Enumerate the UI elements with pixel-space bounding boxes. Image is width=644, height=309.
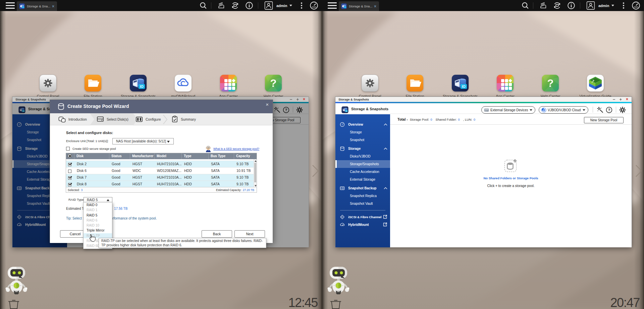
disk-table-row[interactable]: Disk 6 Good WDC WD120EMAZ... HDD SATA 10…	[66, 168, 257, 174]
sidebar-item-storage[interactable]: Storage	[335, 145, 390, 152]
help-icon[interactable]: ?	[606, 107, 612, 113]
next-button[interactable]: Next	[234, 230, 265, 238]
desktop-icon-myqnapcloud[interactable]: myQNAPcloud	[160, 74, 207, 98]
disk-row-checkbox[interactable]	[68, 163, 71, 166]
settings-gear-icon[interactable]	[619, 107, 626, 113]
column-header-capacity[interactable]: Capacity	[234, 153, 254, 159]
admin-menu[interactable]: admin	[276, 0, 292, 11]
disk-row-checkbox[interactable]	[68, 176, 71, 180]
scroll-thumb[interactable]	[254, 163, 256, 182]
raid-type-option[interactable]: RAID 10	[84, 223, 112, 228]
background-tasks-icon[interactable]	[217, 0, 225, 11]
desktop-icon-control-panel[interactable]: Control Panel	[346, 74, 393, 98]
more-options-icon[interactable]	[621, 0, 627, 11]
maximize-button[interactable]: +	[296, 98, 299, 101]
desktop-icon-help-center[interactable]: ? Help Center	[250, 74, 297, 98]
info-icon[interactable]	[245, 0, 254, 11]
user-icon[interactable]	[586, 0, 595, 11]
more-options-icon[interactable]	[299, 0, 305, 11]
close-button[interactable]: ×	[303, 98, 305, 101]
sidebar-item-external-storage[interactable]: External Storage	[335, 176, 390, 183]
sidebar-item-cache-acceleration[interactable]: Cache Acceleration	[335, 168, 390, 176]
scroll-up-icon[interactable]	[255, 160, 257, 162]
desktop-icon-virtualization-guide[interactable]: ? Virtualization Guide	[572, 74, 619, 98]
disk-table-row[interactable]: Disk 2 Good HGST HUH721010A... HDD SATA …	[66, 161, 257, 168]
minimize-button[interactable]: −	[290, 98, 292, 101]
app-tab-storage-snapshots[interactable]: Storage & Sna... ×	[17, 1, 57, 11]
sidebar-item-hybridmount[interactable]: HybridMount	[335, 221, 390, 229]
window-titlebar[interactable]: Storage & Snapshots − + ×	[335, 97, 632, 102]
desktop-icon-control-panel[interactable]: Control Panel	[24, 74, 71, 98]
tab-close-icon[interactable]: ×	[52, 4, 54, 9]
raid-type-option[interactable]: RAID-TP	[84, 233, 112, 238]
column-header-manufacturer[interactable]: Manufacturer	[130, 153, 155, 159]
table-scrollbar[interactable]	[254, 159, 257, 188]
column-header-type[interactable]: Type	[182, 153, 209, 159]
sidebar-item-iscsi-fibre-channel[interactable]: iSCSI & Fibre Channel	[335, 213, 390, 221]
sidebar-item-snapshot-vault[interactable]: Snapshot Vault	[335, 200, 390, 207]
raid-type-option[interactable]: RAID 5	[84, 213, 112, 218]
next-desktop-arrow[interactable]	[312, 165, 320, 177]
close-button[interactable]: ×	[626, 98, 628, 101]
sidebar-item-disks-vjbod[interactable]: Disks/VJBOD	[335, 152, 390, 160]
raid-type-option[interactable]: RAID 6	[84, 218, 112, 223]
disk-row-checkbox[interactable]	[68, 170, 71, 173]
dashboard-icon[interactable]	[309, 0, 319, 11]
tab-close-icon[interactable]: ×	[374, 4, 376, 9]
user-icon[interactable]	[264, 0, 273, 11]
sidebar-item-snapshot-overview[interactable]: Snapshot	[335, 136, 390, 144]
sidebar-item-storage-overview[interactable]: Storage	[335, 128, 390, 136]
column-header-status[interactable]: Status	[109, 153, 130, 159]
disk-table-row[interactable]: Disk 7 Good HGST HUH721010A... HDD SATA …	[66, 174, 257, 181]
disk-row-checkbox[interactable]	[68, 183, 71, 186]
sed-checkbox[interactable]	[66, 147, 70, 150]
info-icon[interactable]	[567, 0, 576, 11]
scroll-down-icon[interactable]	[255, 185, 257, 187]
sync-status-icon[interactable]	[553, 0, 561, 11]
recycle-bin-icon[interactable]	[329, 299, 342, 309]
sync-status-icon[interactable]	[231, 0, 239, 11]
select-all-checkbox[interactable]	[68, 154, 71, 158]
external-storage-devices-button[interactable]: External Storage Devices	[481, 106, 535, 114]
app-tab-storage-snapshots[interactable]: Storage & Sna... ×	[339, 1, 379, 11]
new-storage-pool-button[interactable]: New Storage Pool	[584, 117, 624, 123]
sed-info-link[interactable]: What is a SED secure storage pool?	[213, 147, 259, 150]
main-menu-icon[interactable]	[328, 2, 337, 9]
sidebar-item-snapshot-backup[interactable]: Snapshot Backup	[335, 184, 390, 192]
desktop-icon-file-station[interactable]: File Station	[391, 74, 438, 98]
sidebar-item-storage-snapshots[interactable]: Storage/Snapshots	[335, 160, 390, 168]
desktop-icon-file-station[interactable]: File Station	[69, 74, 116, 98]
desktop-clock: 20:47	[610, 296, 640, 309]
sidebar-item-overview[interactable]: Overview	[335, 121, 390, 128]
admin-menu[interactable]: admin	[598, 0, 614, 11]
desktop-icon-storage-snapshots[interactable]: IO Storage & Snapshots	[115, 74, 162, 98]
main-menu-icon[interactable]	[6, 2, 15, 9]
desktop-icon-app-center[interactable]: App Center	[482, 74, 529, 98]
desktop-icon-app-center[interactable]: App Center	[205, 74, 252, 98]
vjbod-cloud-button[interactable]: VJBOD/VJBOD Cloud	[539, 106, 588, 114]
search-icon[interactable]	[521, 0, 529, 11]
enclosure-unit-select[interactable]: NAS Host [available disk(s): 5/12]	[112, 138, 174, 144]
create-storage-pool-icon[interactable]	[504, 159, 518, 173]
next-desktop-arrow[interactable]	[635, 165, 643, 177]
background-tasks-icon[interactable]	[539, 0, 547, 11]
recycle-bin-icon[interactable]	[7, 299, 20, 309]
sed-checkbox-label[interactable]: Create SED secure storage pool	[72, 147, 116, 150]
dialog-close-icon[interactable]: ×	[266, 102, 269, 107]
raid-type-option[interactable]: RAID 1	[84, 207, 112, 212]
raid-type-option[interactable]: Triple Mirror	[84, 228, 112, 233]
raid-type-option[interactable]: RAID 0	[84, 202, 112, 207]
desktop-icon-help-center[interactable]: ? Help Center	[527, 74, 574, 98]
sidebar-item-snapshot-replica[interactable]: Snapshot Replica	[335, 192, 390, 200]
maximize-button[interactable]: +	[619, 98, 622, 101]
dashboard-icon[interactable]	[631, 0, 641, 11]
desktop-icon-storage-snapshots[interactable]: IO Storage & Snapshots	[437, 74, 484, 98]
disk-table-row[interactable]: Disk 8 Good HGST HUH721010A... HDD SATA …	[66, 181, 257, 188]
column-header-bus-type[interactable]: Bus Type	[209, 153, 234, 159]
search-icon[interactable]	[199, 0, 207, 11]
back-button[interactable]: Back	[202, 230, 232, 238]
recommended-wizard-wand-icon[interactable]	[597, 107, 604, 113]
column-header-disk[interactable]: Disk	[74, 153, 109, 159]
minimize-button[interactable]: −	[613, 98, 615, 101]
column-header-model[interactable]: Model	[155, 153, 182, 159]
